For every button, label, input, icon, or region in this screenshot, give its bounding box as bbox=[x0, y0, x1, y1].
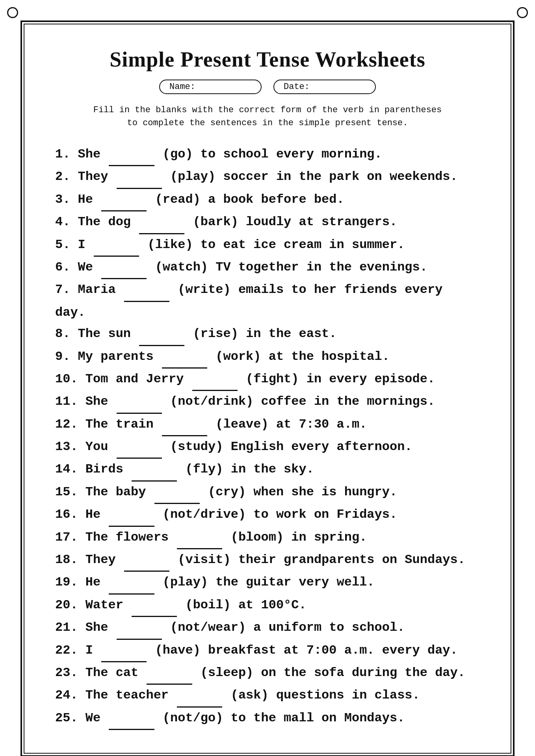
worksheet-page: Simple Present Tense Worksheets Name: Da… bbox=[0, 0, 535, 756]
sentence-item: 16. He (not/drive) to work on Fridays. bbox=[55, 504, 480, 526]
sentence-item: 6. We (watch) TV together in the evening… bbox=[55, 257, 480, 279]
date-label: Date: bbox=[284, 82, 310, 92]
answer-blank[interactable] bbox=[109, 708, 154, 730]
sentence-item: 5. I (like) to eat ice cream in summer. bbox=[55, 234, 480, 257]
sentence-item: 1. She (go) to school every morning. bbox=[55, 144, 480, 166]
answer-blank[interactable] bbox=[101, 189, 147, 211]
answer-blank[interactable] bbox=[117, 436, 162, 459]
page-title: Simple Present Tense Worksheets bbox=[55, 47, 480, 72]
answer-blank[interactable] bbox=[117, 391, 162, 413]
answer-blank[interactable] bbox=[177, 685, 222, 707]
answer-blank[interactable] bbox=[109, 504, 154, 526]
sentence-item: 11. She (not/drink) coffee in the mornin… bbox=[55, 391, 480, 413]
answer-blank[interactable] bbox=[192, 369, 238, 391]
sentence-item: 8. The sun (rise) in the east. bbox=[55, 323, 480, 346]
name-date-row: Name: Date: bbox=[55, 80, 480, 94]
sentence-item: 24. The teacher (ask) questions in class… bbox=[55, 685, 480, 707]
sentence-item: 9. My parents (work) at the hospital. bbox=[55, 346, 480, 369]
sentence-item: 2. They (play) soccer in the park on wee… bbox=[55, 166, 480, 189]
sentence-item: 12. The train (leave) at 7:30 a.m. bbox=[55, 414, 480, 436]
name-label: Name: bbox=[169, 82, 195, 92]
answer-blank[interactable] bbox=[101, 640, 147, 662]
sentence-item: 19. He (play) the guitar very well. bbox=[55, 572, 480, 594]
sentences-list: 1. She (go) to school every morning.2. T… bbox=[55, 144, 480, 730]
answer-blank[interactable] bbox=[109, 144, 154, 166]
answer-blank[interactable] bbox=[132, 595, 177, 617]
sentence-item: 3. He (read) a book before bed. bbox=[55, 189, 480, 211]
sentence-item: 21. She (not/wear) a uniform to school. bbox=[55, 617, 480, 639]
sentence-item: 23. The cat (sleep) on the sofa during t… bbox=[55, 662, 480, 685]
answer-blank[interactable] bbox=[154, 482, 200, 504]
answer-blank[interactable] bbox=[139, 211, 184, 234]
answer-blank[interactable] bbox=[162, 346, 207, 369]
answer-blank[interactable] bbox=[132, 459, 177, 481]
sentence-item: 10. Tom and Jerry (fight) in every episo… bbox=[55, 369, 480, 391]
sentence-item: 22. I (have) breakfast at 7:00 a.m. ever… bbox=[55, 640, 480, 662]
answer-blank[interactable] bbox=[109, 572, 154, 594]
answer-blank[interactable] bbox=[177, 527, 222, 549]
name-field[interactable]: Name: bbox=[159, 80, 262, 94]
answer-blank[interactable] bbox=[162, 414, 207, 436]
sentence-item: 14. Birds (fly) in the sky. bbox=[55, 459, 480, 481]
answer-blank[interactable] bbox=[101, 257, 147, 279]
answer-blank[interactable] bbox=[147, 662, 192, 685]
content-area: Simple Present Tense Worksheets Name: Da… bbox=[16, 16, 519, 756]
instructions-text: Fill in the blanks with the correct form… bbox=[55, 104, 480, 130]
answer-blank[interactable] bbox=[124, 549, 169, 572]
date-field[interactable]: Date: bbox=[273, 80, 376, 94]
sentence-item: 15. The baby (cry) when she is hungry. bbox=[55, 482, 480, 504]
answer-blank[interactable] bbox=[117, 617, 162, 639]
answer-blank[interactable] bbox=[117, 166, 162, 189]
answer-blank[interactable] bbox=[124, 279, 169, 302]
sentence-item: 25. We (not/go) to the mall on Mondays. bbox=[55, 708, 480, 730]
sentence-item: 17. The flowers (bloom) in spring. bbox=[55, 527, 480, 549]
sentence-item: 13. You (study) English every afternoon. bbox=[55, 436, 480, 459]
sentence-item: 18. They (visit) their grandparents on S… bbox=[55, 549, 480, 572]
sentence-item: 7. Maria (write) emails to her friends e… bbox=[55, 279, 480, 323]
answer-blank[interactable] bbox=[94, 234, 139, 257]
sentence-item: 4. The dog (bark) loudly at strangers. bbox=[55, 211, 480, 234]
sentence-item: 20. Water (boil) at 100°C. bbox=[55, 595, 480, 617]
answer-blank[interactable] bbox=[139, 323, 184, 346]
